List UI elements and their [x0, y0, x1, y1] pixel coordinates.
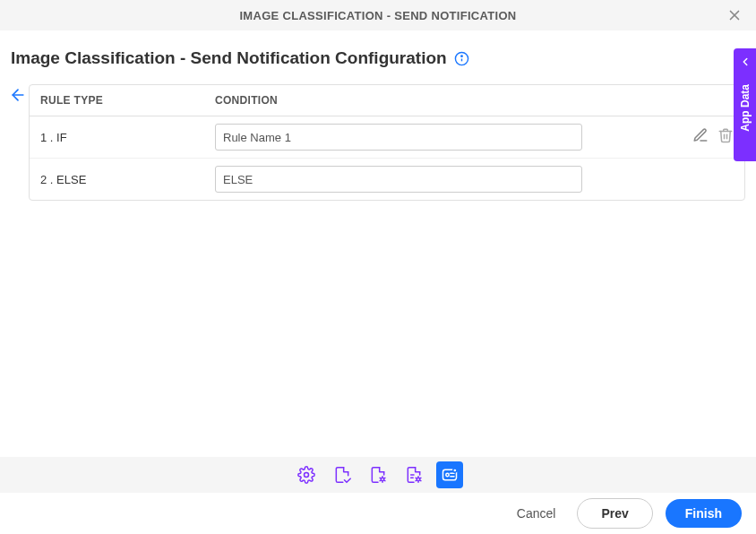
step-settings-icon[interactable] [293, 461, 320, 488]
footer-actions: Cancel Prev Finish [0, 493, 756, 534]
wizard-steps [0, 457, 756, 493]
delete-icon[interactable] [717, 127, 734, 147]
finish-button[interactable]: Finish [666, 499, 742, 528]
rules-table-header: RULE TYPE CONDITION [30, 85, 744, 116]
back-arrow-icon[interactable] [9, 86, 27, 108]
step-doc-gear2-icon[interactable] [400, 461, 427, 488]
info-icon[interactable] [454, 51, 469, 66]
app-data-label: App Data [739, 84, 752, 132]
edit-icon[interactable] [692, 127, 709, 147]
chevron-left-icon [739, 56, 752, 72]
column-header-ruletype: RULE TYPE [40, 94, 215, 107]
cancel-button[interactable]: Cancel [508, 499, 565, 528]
page-heading: Image Classification - Send Notification… [11, 48, 745, 68]
svg-point-4 [460, 55, 461, 56]
page-title: Image Classification - Send Notification… [11, 48, 447, 68]
step-notification-icon[interactable] [436, 461, 463, 488]
column-header-condition: CONDITION [215, 94, 734, 107]
svg-point-7 [381, 478, 383, 480]
condition-input[interactable] [215, 124, 582, 151]
prev-button[interactable]: Prev [577, 498, 652, 529]
svg-point-12 [446, 473, 449, 476]
close-icon[interactable] [724, 4, 745, 26]
app-data-panel-toggle[interactable]: App Data [734, 48, 756, 161]
modal-title: IMAGE CLASSIFICATION - SEND NOTIFICATION [239, 9, 516, 22]
rules-table: RULE TYPE CONDITION 1 . IF 2 . ELSE [29, 84, 745, 201]
rule-condition-cell [215, 124, 734, 151]
condition-input[interactable] [215, 166, 582, 193]
rule-condition-cell [215, 166, 734, 193]
step-doc-check-icon[interactable] [329, 461, 356, 488]
svg-point-10 [417, 478, 419, 480]
svg-point-13 [453, 469, 457, 472]
row-actions [692, 127, 734, 147]
rule-type-cell: 1 . IF [40, 131, 215, 144]
table-row: 1 . IF [30, 116, 744, 159]
table-row: 2 . ELSE [30, 159, 744, 200]
svg-point-6 [305, 473, 309, 478]
content-area: Image Classification - Send Notification… [0, 30, 756, 201]
modal-header: IMAGE CLASSIFICATION - SEND NOTIFICATION [0, 0, 756, 30]
rule-type-cell: 2 . ELSE [40, 173, 215, 186]
step-doc-gear-icon[interactable] [365, 461, 391, 488]
